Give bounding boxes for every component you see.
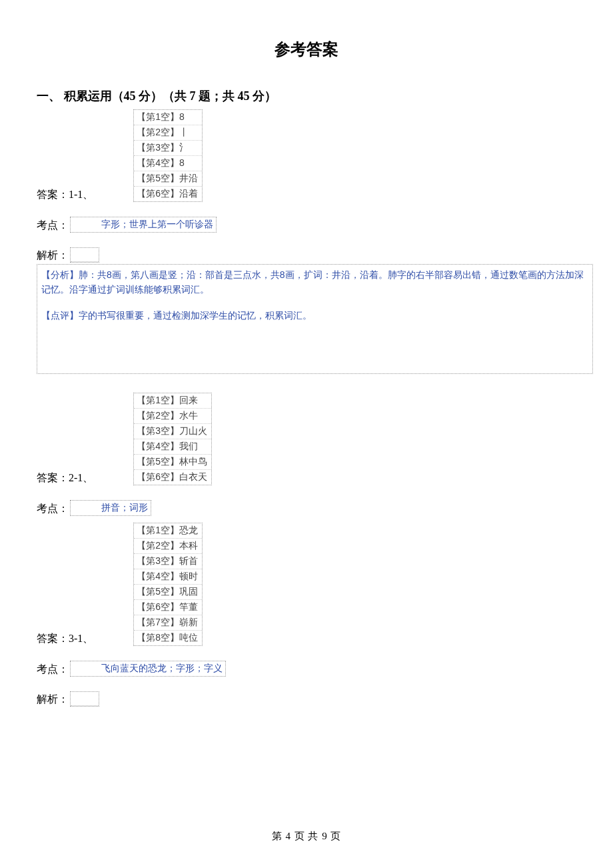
answer-row: 【第8空】吨位: [134, 631, 202, 645]
answer-row: 【第5空】巩固: [134, 585, 202, 600]
topic-text: 字形；世界上第一个听诊器: [101, 219, 213, 229]
answer-row: 【第2空】丨: [134, 125, 202, 141]
page-footer: 第 4 页 共 9 页: [0, 830, 613, 843]
answer-label-3: 答案：3-1、: [37, 632, 93, 646]
topic-label: 考点：: [37, 663, 69, 677]
answer-row: 【第1空】恐龙: [134, 523, 202, 539]
topic-text: 拼音；词形: [101, 502, 148, 513]
explain-para: 【点评】字的书写很重要，通过检测加深学生的记忆，积累词汇。: [41, 308, 588, 323]
answer-row: 【第5空】林中鸟: [134, 455, 211, 470]
explain-blank: [70, 247, 99, 263]
answer-row: 【第2空】本科: [134, 539, 202, 554]
answer-box-q1: 【第1空】8 【第2空】丨 【第3空】氵 【第4空】8 【第5空】井沿 【第6空…: [133, 109, 203, 202]
answer-row: 【第3空】斩首: [134, 554, 202, 569]
answer-box-q3: 【第1空】恐龙 【第2空】本科 【第3空】斩首 【第4空】顿时 【第5空】巩固 …: [133, 523, 203, 646]
topic-label: 考点：: [37, 502, 69, 516]
answer-label-1: 答案：1-1、: [37, 188, 93, 202]
page-title: 参考答案: [0, 39, 613, 60]
answer-row: 【第4空】8: [134, 156, 202, 171]
answer-row: 【第6空】沿着: [134, 187, 202, 201]
topic-box-q2: 拼音；词形: [70, 500, 151, 516]
explain-label: 解析：: [37, 249, 69, 263]
answer-row: 【第6空】白衣天: [134, 470, 211, 485]
answer-row: 【第6空】竿董: [134, 600, 202, 615]
section-header: 一、 积累运用（45 分）（共 7 题；共 45 分）: [37, 88, 576, 104]
explain-label: 解析：: [37, 693, 69, 707]
topic-box-q1: 字形；世界上第一个听诊器: [70, 217, 217, 233]
answer-row: 【第3空】氵: [134, 141, 202, 156]
topic-box-q3: 飞向蓝天的恐龙；字形；字义: [70, 661, 226, 677]
explanation-box-q1: 【分析】肺：共8画，第八画是竖；沿：部首是三点水，共8画，扩词：井沿，沿着。肺字…: [37, 264, 593, 374]
answer-row: 【第4空】顿时: [134, 569, 202, 585]
answer-row: 【第4空】我们: [134, 439, 211, 455]
topic-text: 飞向蓝天的恐龙；字形；字义: [101, 663, 223, 673]
answer-label-2: 答案：2-1、: [37, 471, 93, 485]
answer-row: 【第3空】刀山火: [134, 424, 211, 439]
answer-row: 【第5空】井沿: [134, 171, 202, 187]
answer-box-q2: 【第1空】回来 【第2空】水牛 【第3空】刀山火 【第4空】我们 【第5空】林中…: [133, 393, 212, 485]
answer-row: 【第7空】崭新: [134, 615, 202, 631]
topic-label: 考点：: [37, 219, 69, 233]
explain-para: 【分析】肺：共8画，第八画是竖；沿：部首是三点水，共8画，扩词：井沿，沿着。肺字…: [41, 267, 588, 297]
answer-row: 【第1空】回来: [134, 393, 211, 409]
answer-row: 【第2空】水牛: [134, 409, 211, 424]
answer-row: 【第1空】8: [134, 110, 202, 125]
explain-blank: [70, 691, 99, 707]
